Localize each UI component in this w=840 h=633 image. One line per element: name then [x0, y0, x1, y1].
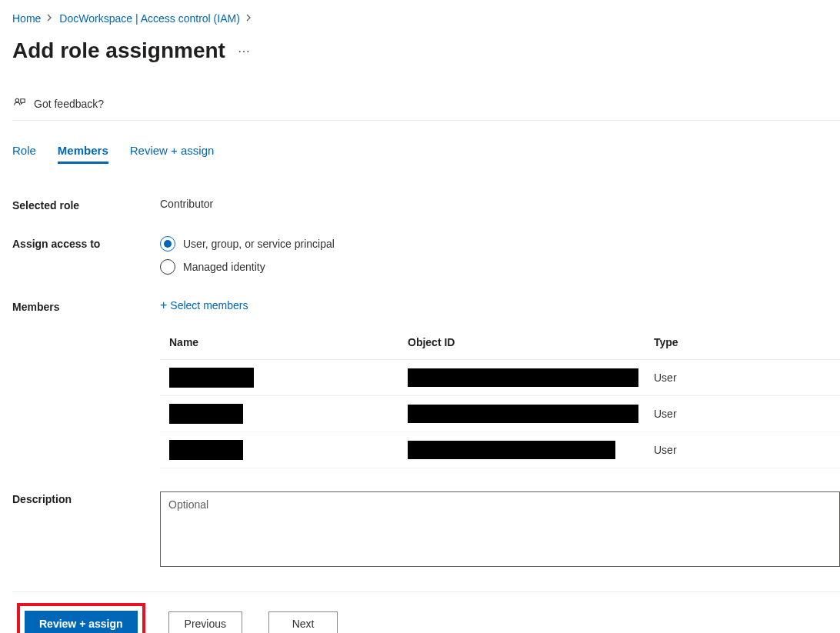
review-assign-button[interactable]: Review + assign — [25, 611, 138, 633]
table-row[interactable]: User — [160, 396, 840, 432]
member-type: User — [645, 360, 840, 396]
highlight-box: Review + assign — [17, 603, 145, 633]
table-row[interactable]: User — [160, 360, 840, 396]
plus-icon: + — [160, 299, 167, 312]
column-header-name[interactable]: Name — [160, 327, 398, 360]
previous-button[interactable]: Previous — [168, 611, 242, 633]
selected-role-value: Contributor — [160, 198, 840, 210]
description-label: Description — [12, 491, 160, 505]
column-header-type[interactable]: Type — [645, 327, 840, 360]
breadcrumb: Home DocWorkspace | Access control (IAM) — [12, 9, 840, 28]
chevron-right-icon — [47, 14, 53, 23]
description-textarea[interactable] — [160, 491, 840, 567]
breadcrumb-home[interactable]: Home — [12, 12, 41, 25]
breadcrumb-workspace[interactable]: DocWorkspace | Access control (IAM) — [59, 12, 239, 25]
tab-role[interactable]: Role — [12, 144, 36, 164]
redacted-name — [169, 404, 243, 424]
redacted-name — [169, 368, 254, 388]
redacted-name — [169, 440, 243, 460]
tab-members[interactable]: Members — [58, 144, 108, 164]
feedback-text: Got feedback? — [34, 98, 104, 110]
feedback-link[interactable]: Got feedback? — [12, 97, 840, 121]
radio-user-group-service[interactable]: User, group, or service principal — [160, 236, 840, 252]
selected-role-label: Selected role — [12, 198, 160, 212]
feedback-icon — [12, 97, 26, 111]
assign-access-radio-group: User, group, or service principal Manage… — [160, 236, 840, 275]
column-header-object-id[interactable]: Object ID — [398, 327, 645, 360]
page-title: Add role assignment — [12, 38, 225, 63]
chevron-right-icon — [246, 14, 252, 23]
radio-icon — [160, 259, 175, 275]
select-members-text: Select members — [170, 299, 248, 312]
footer-actions: Review + assign Previous Next — [12, 591, 840, 633]
members-label: Members — [12, 299, 160, 313]
next-button[interactable]: Next — [268, 611, 338, 633]
redacted-object-id — [408, 405, 638, 423]
member-type: User — [645, 396, 840, 432]
radio-icon — [160, 236, 175, 252]
radio-label: User, group, or service principal — [183, 238, 335, 250]
more-actions-icon[interactable]: ⋯ — [238, 44, 251, 58]
members-table: Name Object ID Type User User — [160, 327, 840, 468]
redacted-object-id — [408, 368, 638, 387]
tabs: Role Members Review + assign — [12, 144, 840, 164]
redacted-object-id — [408, 441, 615, 459]
assign-access-label: Assign access to — [12, 236, 160, 250]
radio-label: Managed identity — [183, 261, 265, 273]
tab-review-assign[interactable]: Review + assign — [130, 144, 215, 164]
select-members-link[interactable]: + Select members — [160, 299, 248, 312]
table-row[interactable]: User — [160, 432, 840, 468]
member-type: User — [645, 432, 840, 468]
radio-managed-identity[interactable]: Managed identity — [160, 259, 840, 275]
svg-point-0 — [15, 98, 19, 102]
